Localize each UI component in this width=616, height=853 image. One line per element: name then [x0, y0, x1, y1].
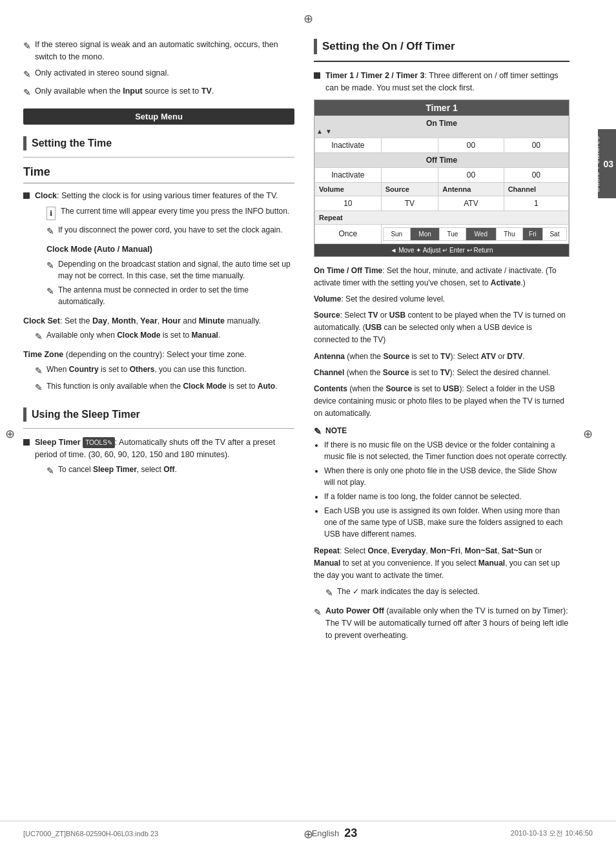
sleep-bullet-item: Sleep Timer TOOLS✎: Automatically shuts … [23, 437, 294, 480]
section-divider [23, 157, 294, 158]
clock-content: Clock: Setting the clock is for using va… [35, 190, 294, 310]
clock-bullet-item: Clock: Setting the clock is for using va… [23, 190, 294, 310]
on-time-00-2: 00 [504, 138, 568, 152]
note-icon-2: ✎ [23, 68, 31, 81]
cs-note-text: Available only when Clock Mode is set to… [46, 329, 220, 344]
setup-menu-label: Setup Menu [135, 112, 183, 121]
main-columns: ✎ If the stereo signal is weak and an au… [0, 39, 616, 645]
days-row: Sun Mon Tue Wed Thu Fri Sat [383, 227, 566, 240]
source-val: TV [381, 196, 438, 211]
timer-title-bar: Timer 1 [314, 100, 569, 116]
clock-set-text: Clock Set: Set the Day, Month, Year, Hou… [23, 315, 294, 327]
square-bullet-sleep [23, 439, 30, 446]
auto-power-text: Auto Power Off (available only when the … [325, 605, 570, 641]
timer-bullet-text: Timer 1 / Timer 2 / Timer 3: Three diffe… [325, 71, 559, 92]
note-header: ✎ NOTE [314, 426, 570, 437]
top-crosshair: ⊕ [303, 12, 313, 26]
sleep-note-icon: ✎ [46, 464, 54, 478]
days-table: Sun Mon Tue Wed Thu Fri Sat [383, 227, 567, 241]
on-time-label: On Time ▲▼ [315, 116, 569, 138]
on-time-values-row: Inactivate 00 00 [315, 138, 569, 152]
page-container: ⊕ ⊕ ⊕ 03 Basic Features ✎ If the stereo … [0, 0, 616, 853]
sleep-note-text: To cancel Sleep Timer, select Off. [58, 464, 177, 478]
source-label: Source [381, 182, 438, 196]
tz-note-text-2: This function is only available when the… [46, 380, 278, 395]
clock-mode-note-2: ✎ The antenna must be connected in order… [46, 284, 294, 307]
sleep-divider [23, 428, 294, 429]
day-tue: Tue [440, 227, 466, 240]
info-text: The current time will appear every time … [61, 205, 289, 220]
tz-note-text-1: When Country is set to Others, you can u… [46, 364, 247, 378]
contents-text: Contents (when the Source is set to USB)… [314, 383, 570, 420]
note-text-2: Only activated in stereo sound signal. [35, 67, 294, 81]
time-heading: Time [23, 165, 294, 179]
sleep-title: Using the Sleep Timer [32, 409, 140, 420]
off-time-header-row: Off Time [315, 152, 569, 167]
english-label: English [312, 828, 340, 838]
timer-table: On Time ▲▼ Inactivate 00 [314, 116, 569, 244]
on-time-header-row: On Time ▲▼ [315, 116, 569, 138]
volume-val: 10 [315, 196, 382, 211]
on-time-00-1: 00 [438, 138, 504, 152]
antenna-text: Antenna (when the Source is set to TV): … [314, 351, 570, 363]
setting-time-heading: Setting the Time [23, 136, 294, 150]
timer-bullet-item: Timer 1 / Timer 2 / Timer 3: Three diffe… [314, 70, 570, 94]
on-time-inactivate: Inactivate [315, 138, 382, 152]
vsa-values-row: 10 TV ATV 1 [315, 196, 569, 211]
cm-note-icon-2: ✎ [46, 285, 54, 307]
repeat-note: ✎ The ✓ mark indicates the day is select… [325, 586, 570, 600]
off-time-00-1: 00 [438, 167, 504, 182]
time-zone-text: Time Zone (depending on the country): Se… [23, 349, 294, 361]
off-time-label: Off Time [315, 152, 569, 167]
time-divider [23, 183, 294, 183]
sleep-section-bar [23, 407, 26, 422]
sleep-text: Sleep Timer TOOLS✎: Automatically shuts … [35, 438, 275, 459]
note-icon-3: ✎ [23, 86, 31, 99]
off-time-empty [381, 167, 438, 182]
cm-note-text-1: Depending on the broadcast station and s… [58, 258, 294, 282]
right-column: Setting the On / Off Timer Timer 1 / Tim… [314, 39, 593, 645]
note-text-1: If the stereo signal is weak and an auto… [35, 39, 294, 63]
cs-note-icon: ✎ [35, 330, 43, 344]
auto-power-icon: ✎ [314, 606, 322, 641]
day-sat: Sat [542, 227, 566, 240]
repeat-label: Repeat [315, 211, 569, 224]
note-icon-1: ✎ [23, 39, 31, 63]
antenna-label: Antenna [438, 182, 504, 196]
repeat-label-row: Repeat [315, 211, 569, 224]
right-crosshair: ⊕ [583, 427, 593, 441]
note-list-item-4: Each USB you use is assigned its own fol… [324, 505, 570, 540]
note-header-text: NOTE [325, 426, 347, 435]
side-tab: 03 Basic Features [598, 129, 616, 198]
repeat-note-icon: ✎ [325, 586, 333, 600]
right-section-bar [314, 39, 317, 54]
repeat-note-text: The ✓ mark indicates the day is selected… [337, 586, 480, 600]
channel-val: 1 [504, 196, 568, 211]
page-number: 23 [344, 827, 357, 840]
sub-note-icon-1: ✎ [46, 225, 54, 238]
source-text: Source: Select TV or USB content to be p… [314, 309, 570, 347]
note-section: ✎ NOTE If there is no music file on the … [314, 426, 570, 540]
on-time-empty [381, 138, 438, 152]
page-footer: [UC7000_ZT]BN68-02590H-06L03.indb 23 Eng… [0, 821, 616, 840]
info-box: ℹ The current time will appear every tim… [46, 205, 294, 220]
footer-file: [UC7000_ZT]BN68-02590H-06L03.indb 23 [23, 830, 158, 838]
off-time-values-row: Inactivate 00 00 [315, 167, 569, 182]
square-bullet-timer [314, 72, 320, 79]
auto-power-note: ✎ Auto Power Off (available only when th… [314, 605, 570, 641]
right-section-title: Setting the On / Off Timer [322, 40, 455, 53]
clock-label: Clock: Setting the clock is for using va… [35, 191, 278, 200]
sleep-sub-note: ✎ To cancel Sleep Timer, select Off. [46, 464, 294, 478]
side-tab-number: 03 [603, 159, 613, 169]
days-cell: Sun Mon Tue Wed Thu Fri Sat [381, 224, 568, 243]
clock-set-note: ✎ Available only when Clock Mode is set … [35, 329, 294, 344]
day-thu: Thu [496, 227, 522, 240]
setup-menu-box: Setup Menu [23, 108, 294, 125]
left-column: ✎ If the stereo signal is weak and an au… [23, 39, 294, 645]
info-icon: ℹ [46, 207, 56, 220]
section-bar [23, 136, 26, 150]
note-item-2: ✎ Only activated in stereo sound signal. [23, 67, 294, 81]
vsa-labels-row: Volume Source Antenna Channel [315, 182, 569, 196]
day-wed: Wed [466, 227, 496, 240]
day-sun: Sun [383, 227, 410, 240]
